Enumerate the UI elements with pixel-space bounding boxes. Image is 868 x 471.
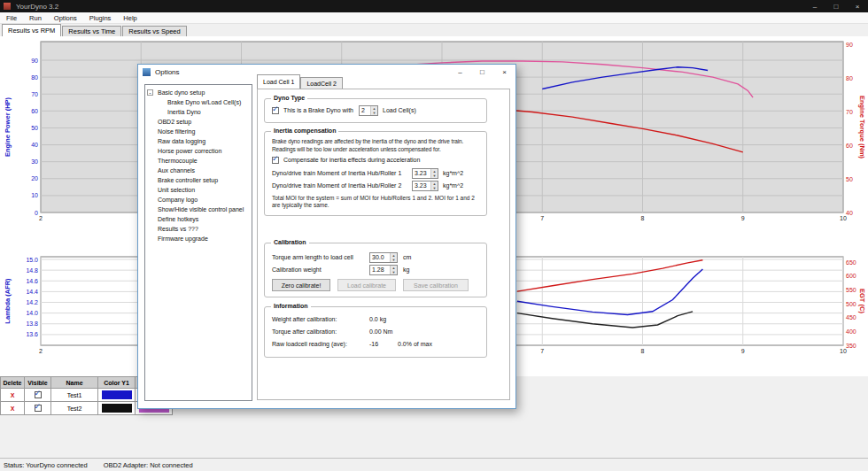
dialog-maximize-button[interactable]: □ [471, 65, 493, 80]
total-moi-note: Total MOI for the system = sum of MOI fo… [272, 195, 483, 209]
load-cell-count-value[interactable]: 2 [360, 106, 370, 115]
weight-after-value: 0.0 kg [369, 316, 386, 322]
dyno-type-legend: Dyno Type [271, 95, 307, 101]
spinner-down-icon[interactable]: ▼ [431, 174, 438, 178]
spinner-down-icon[interactable]: ▼ [431, 186, 438, 190]
dialog-minimize-button[interactable]: – [449, 65, 471, 80]
moi-roller1-spinner[interactable]: 3.23 ▲▼ [412, 168, 438, 179]
tab-results-vs-speed[interactable]: Results vs Speed [122, 26, 186, 36]
inertia-description-line2: Readings will be too low under accelerat… [272, 146, 441, 152]
tree-item-label: Define hotkeys [158, 216, 198, 222]
tree-item-aux-channels[interactable]: Aux channels [145, 166, 252, 175]
tree-item-horse-power-correction[interactable]: Horse power correction [145, 146, 252, 156]
collapse-expander-icon[interactable]: - [147, 89, 153, 96]
right-tick-label: 50 [846, 176, 853, 182]
window-close-button[interactable]: × [847, 0, 868, 12]
check-icon: ✓ [272, 104, 279, 113]
load-cell-count-spinner[interactable]: 2 ▲▼ [359, 105, 378, 116]
check-icon: ✓ [35, 389, 42, 398]
moi-roller1-value[interactable]: 3.23 [413, 169, 430, 178]
compensate-inertia-checkbox[interactable]: ✓ [272, 157, 279, 164]
torque-arm-value[interactable]: 30.0 [370, 253, 390, 262]
tree-item-inertia-dyno[interactable]: Inertia Dyno [145, 107, 252, 117]
tree-item-brake-controller-setup[interactable]: Brake controller setup [145, 175, 252, 185]
window-title: YourDyno 3.2 [16, 3, 58, 11]
left-tick-label: 14.0 [26, 310, 38, 316]
right-tick-label: 650 [846, 259, 856, 266]
menu-options[interactable]: Options [48, 12, 83, 24]
window-minimize-button[interactable]: – [804, 0, 825, 12]
load-calibrate-button[interactable]: Load calibrate [337, 279, 396, 291]
calibration-weight-value[interactable]: 1.28 [370, 266, 390, 274]
spinner-down-icon[interactable]: ▼ [391, 270, 397, 274]
tree-item-show-hide-visible-control-panel[interactable]: Show/Hide visible control panel [145, 205, 252, 214]
tree-item-label: Unit selection [158, 187, 195, 193]
right-tick-label: 90 [846, 42, 853, 48]
torque-after-label: Torque after calibration: [272, 328, 337, 335]
left-axis-title: Engine Power (HP) [4, 97, 12, 157]
left-tick-label: 10 [31, 192, 38, 198]
tree-item-results-vs[interactable]: Results vs ??? [145, 224, 252, 234]
app-icon [4, 3, 11, 10]
tree-item-company-logo[interactable]: Company logo [145, 195, 252, 205]
visible-checkbox[interactable]: ✓ [35, 405, 42, 412]
left-tick-label: 40 [31, 142, 38, 148]
window-titlebar[interactable]: YourDyno 3.2 – □ × [0, 0, 868, 12]
spinner-buttons: ▲▼ [370, 106, 377, 115]
x-tick-label: 2 [39, 348, 43, 354]
x-tick-label: 10 [840, 348, 847, 354]
tab-load-cell-1[interactable]: Load Cell 1 [257, 74, 300, 89]
tree-item-basic-dyno-setup[interactable]: -Basic dyno setup [145, 88, 252, 97]
right-tick-label: 500 [846, 301, 856, 307]
spinner-down-icon[interactable]: ▼ [371, 111, 377, 115]
spinner-buttons: ▲▼ [390, 266, 397, 274]
tree-item-noise-filtering[interactable]: Noise filtering [145, 127, 252, 136]
inertia-legend: Inertia compensation [271, 127, 338, 134]
tree-item-unit-selection[interactable]: Unit selection [145, 185, 252, 195]
torque-arm-spinner[interactable]: 30.0 ▲▼ [369, 252, 398, 263]
spinner-down-icon[interactable]: ▼ [391, 258, 397, 262]
color-y1-swatch[interactable] [102, 390, 132, 399]
tree-item-raw-data-logging[interactable]: Raw data logging [145, 136, 252, 146]
tree-item-label: Inertia Dyno [167, 109, 201, 115]
left-tick-label: 20 [31, 175, 38, 181]
test-name-cell[interactable]: Test1 [51, 389, 98, 402]
right-tick-label: 70 [846, 109, 853, 115]
menu-run[interactable]: Run [23, 12, 48, 24]
moi-roller2-spinner[interactable]: 3.23 ▲▼ [412, 181, 438, 191]
tree-item-obd2-setup[interactable]: OBD2 setup [145, 117, 252, 127]
spinner-buttons: ▲▼ [430, 169, 438, 178]
brake-dyno-checkbox[interactable]: ✓ [272, 107, 279, 114]
tree-item-thermocouple[interactable]: Thermocouple [145, 156, 252, 166]
tab-results-vs-rpm[interactable]: Results vs RPM [2, 24, 61, 36]
color-y1-swatch[interactable] [102, 404, 132, 413]
tree-item-label: Horse power correction [158, 148, 221, 154]
visible-checkbox[interactable]: ✓ [35, 391, 42, 398]
left-axis-title: Lambda (AFR) [4, 278, 12, 324]
tree-item-label: Raw data logging [158, 138, 205, 144]
menu-file[interactable]: File [0, 12, 23, 24]
tree-item-label: Basic dyno setup [158, 89, 205, 96]
tab-loadcell-2[interactable]: LoadCell 2 [300, 77, 342, 89]
spinner-buttons: ▲▼ [390, 253, 397, 262]
window-maximize-button[interactable]: □ [825, 0, 847, 12]
zero-calibrate-button[interactable]: Zero calibrate! [272, 279, 330, 291]
tree-item-label: Company logo [158, 197, 198, 203]
delete-test-button[interactable]: X [0, 402, 25, 415]
delete-test-button[interactable]: X [0, 389, 25, 402]
tree-item-firmware-upgrade[interactable]: Firmware upgrade [145, 234, 252, 243]
tree-item-label: Firmware upgrade [158, 236, 208, 242]
left-tick-label: 50 [31, 125, 38, 131]
menu-help[interactable]: Help [117, 12, 143, 24]
calibration-weight-spinner[interactable]: 1.28 ▲▼ [369, 265, 398, 275]
tree-item-brake-dyno-w-load-cell-s[interactable]: Brake Dyno w/Load Cell(s) [145, 97, 252, 107]
tab-results-vs-time[interactable]: Results vs Time [62, 26, 121, 36]
table-header-delete: Delete [0, 376, 25, 389]
dialog-close-button[interactable]: × [493, 65, 515, 80]
menu-plugins[interactable]: Plugins [83, 12, 118, 24]
save-calibration-button[interactable]: Save calibration [403, 279, 469, 291]
tree-item-define-hotkeys[interactable]: Define hotkeys [145, 214, 252, 224]
test-name-cell[interactable]: Test2 [51, 402, 98, 415]
x-tick-label: 9 [741, 215, 745, 221]
moi-roller2-value[interactable]: 3.23 [413, 181, 430, 190]
